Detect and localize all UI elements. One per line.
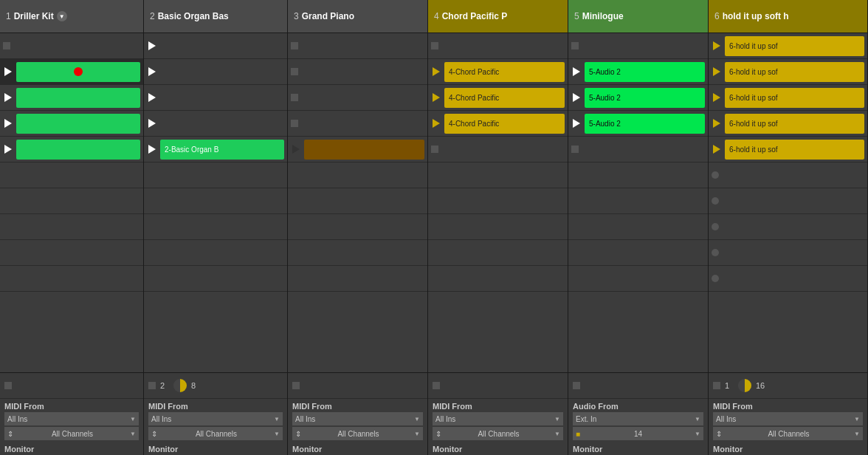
clip-row-2[interactable]: [144, 85, 287, 111]
clip-row-4[interactable]: [428, 137, 568, 162]
clip-row-5[interactable]: [568, 162, 708, 188]
from-dropdown[interactable]: All Ins▼: [4, 412, 139, 425]
play-button[interactable]: [147, 92, 157, 103]
play-button[interactable]: [3, 144, 13, 154]
play-button[interactable]: [712, 92, 722, 103]
clip-row-8[interactable]: [709, 240, 867, 266]
clip-row-2[interactable]: 6-hold it up sof: [709, 85, 867, 111]
from-dropdown[interactable]: All Ins▼: [713, 412, 863, 425]
clip-row-1[interactable]: 5-Audio 2: [568, 59, 708, 85]
track-header-4[interactable]: 4Chord Pacific P: [428, 0, 568, 33]
stop-button[interactable]: [291, 120, 298, 127]
stop-button[interactable]: [291, 68, 298, 75]
from-dropdown[interactable]: All Ins▼: [148, 412, 283, 425]
clip-row-5[interactable]: [709, 162, 867, 188]
clip-block[interactable]: 6-hold it up sof: [725, 114, 864, 134]
clip-row-9[interactable]: [288, 266, 427, 292]
clip-row-7[interactable]: [709, 214, 867, 240]
clip-row-7[interactable]: [568, 214, 708, 240]
stop-button[interactable]: [431, 146, 438, 153]
play-button[interactable]: [431, 92, 441, 103]
clip-block[interactable]: 5-Audio 2: [585, 114, 705, 134]
clip-block[interactable]: 6-hold it up sof: [725, 36, 864, 56]
track-header-3[interactable]: 3Grand Piano: [288, 0, 427, 33]
clip-row-7[interactable]: [0, 214, 143, 240]
clip-row-0[interactable]: [288, 33, 427, 59]
clip-row-7[interactable]: [144, 214, 287, 240]
stop-btn-small[interactable]: [148, 382, 156, 389]
clip-block[interactable]: 4-Chord Pacific: [444, 62, 565, 82]
clip-row-2[interactable]: [0, 85, 143, 111]
track-header-dropdown-btn[interactable]: ▼: [57, 11, 67, 21]
clip-row-1[interactable]: [144, 59, 287, 85]
clip-row-1[interactable]: [0, 59, 143, 85]
track-header-5[interactable]: 5Minilogue: [568, 0, 708, 33]
play-button[interactable]: [3, 66, 13, 77]
clip-row-6[interactable]: [288, 188, 427, 214]
clip-row-9[interactable]: [0, 266, 143, 292]
stop-button[interactable]: [431, 42, 438, 49]
clip-block[interactable]: [16, 140, 140, 160]
play-button[interactable]: [712, 66, 722, 77]
clip-block[interactable]: [16, 88, 140, 108]
clip-row-4[interactable]: [288, 137, 427, 162]
clip-row-4[interactable]: 2-Basic Organ B: [144, 137, 287, 162]
clip-row-4[interactable]: 6-hold it up sof: [709, 137, 867, 162]
clip-row-5[interactable]: [0, 162, 143, 188]
clip-row-0[interactable]: [428, 33, 568, 59]
clip-block[interactable]: [16, 62, 140, 82]
from-dropdown[interactable]: Ext. In▼: [573, 412, 703, 425]
stop-btn-small[interactable]: [713, 382, 720, 389]
clip-row-5[interactable]: [428, 162, 568, 188]
channels-dropdown[interactable]: ⇕All Channels▼: [4, 427, 139, 440]
clip-row-8[interactable]: [0, 240, 143, 266]
from-dropdown[interactable]: All Ins▼: [433, 412, 563, 425]
clip-row-8[interactable]: [428, 240, 568, 266]
play-button[interactable]: [147, 66, 157, 77]
clip-row-0[interactable]: 6-hold it up sof: [709, 33, 867, 59]
volume-knob[interactable]: [738, 379, 751, 392]
play-button[interactable]: [147, 41, 157, 51]
channels-dropdown[interactable]: ⇕All Channels▼: [713, 427, 863, 440]
clip-row-3[interactable]: [288, 111, 427, 137]
from-dropdown[interactable]: All Ins▼: [292, 412, 423, 425]
clip-row-6[interactable]: [144, 188, 287, 214]
clip-row-0[interactable]: [568, 33, 708, 59]
clip-row-1[interactable]: 6-hold it up sof: [709, 59, 867, 85]
clip-row-3[interactable]: 6-hold it up sof: [709, 111, 867, 137]
clip-block[interactable]: 5-Audio 2: [585, 88, 705, 108]
clip-row-9[interactable]: [428, 266, 568, 292]
clip-row-6[interactable]: [568, 188, 708, 214]
clip-row-0[interactable]: [144, 33, 287, 59]
channels-dropdown[interactable]: ⇕All Channels▼: [148, 427, 283, 440]
play-button[interactable]: [571, 118, 582, 129]
track-header-6[interactable]: 6hold it up soft h: [709, 0, 867, 33]
clip-block[interactable]: [16, 114, 140, 134]
clip-row-0[interactable]: [0, 33, 143, 59]
stop-button[interactable]: [3, 42, 10, 49]
stop-button[interactable]: [571, 146, 579, 153]
clip-row-7[interactable]: [288, 214, 427, 240]
clip-row-4[interactable]: [0, 137, 143, 162]
play-button[interactable]: [3, 118, 13, 129]
clip-row-6[interactable]: [0, 188, 143, 214]
clip-row-2[interactable]: 5-Audio 2: [568, 85, 708, 111]
clip-block[interactable]: 4-Chord Pacific: [444, 88, 565, 108]
clip-row-8[interactable]: [288, 240, 427, 266]
clip-row-7[interactable]: [428, 214, 568, 240]
stop-btn-small[interactable]: [573, 382, 580, 389]
clip-row-9[interactable]: [568, 266, 708, 292]
clip-row-5[interactable]: [288, 162, 427, 188]
clip-row-1[interactable]: [288, 59, 427, 85]
clip-row-2[interactable]: [288, 85, 427, 111]
clip-block[interactable]: 2-Basic Organ B: [160, 140, 284, 160]
volume-knob[interactable]: [173, 379, 187, 392]
play-button[interactable]: [431, 118, 441, 129]
clip-row-6[interactable]: [428, 188, 568, 214]
play-button[interactable]: [291, 144, 301, 154]
play-button[interactable]: [712, 118, 722, 129]
play-button[interactable]: [571, 66, 582, 77]
play-button[interactable]: [431, 66, 441, 77]
track-header-1[interactable]: 1Driller Kit▼: [0, 0, 143, 33]
channels-dropdown[interactable]: ⇕All Channels▼: [433, 427, 563, 440]
